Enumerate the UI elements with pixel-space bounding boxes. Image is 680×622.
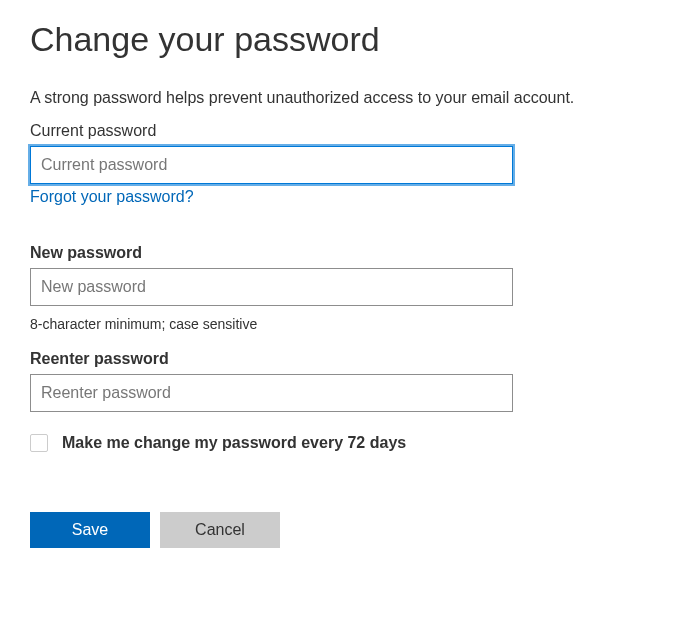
password-hint: 8-character minimum; case sensitive — [30, 316, 650, 332]
reenter-password-label: Reenter password — [30, 350, 650, 368]
current-password-input[interactable] — [30, 146, 513, 184]
current-password-group: Current password Forgot your password? — [30, 122, 650, 226]
reenter-password-input[interactable] — [30, 374, 513, 412]
expiry-checkbox-label[interactable]: Make me change my password every 72 days — [62, 434, 406, 452]
page-description: A strong password helps prevent unauthor… — [30, 89, 650, 107]
save-button[interactable]: Save — [30, 512, 150, 548]
expiry-checkbox[interactable] — [30, 434, 48, 452]
reenter-password-group: Reenter password — [30, 350, 650, 412]
button-row: Save Cancel — [30, 512, 650, 548]
forgot-password-link[interactable]: Forgot your password? — [30, 188, 194, 206]
expiry-checkbox-row: Make me change my password every 72 days — [30, 434, 650, 452]
page-title: Change your password — [30, 20, 650, 59]
new-password-label: New password — [30, 244, 650, 262]
cancel-button[interactable]: Cancel — [160, 512, 280, 548]
current-password-label: Current password — [30, 122, 650, 140]
new-password-input[interactable] — [30, 268, 513, 306]
new-password-group: New password 8-character minimum; case s… — [30, 244, 650, 332]
